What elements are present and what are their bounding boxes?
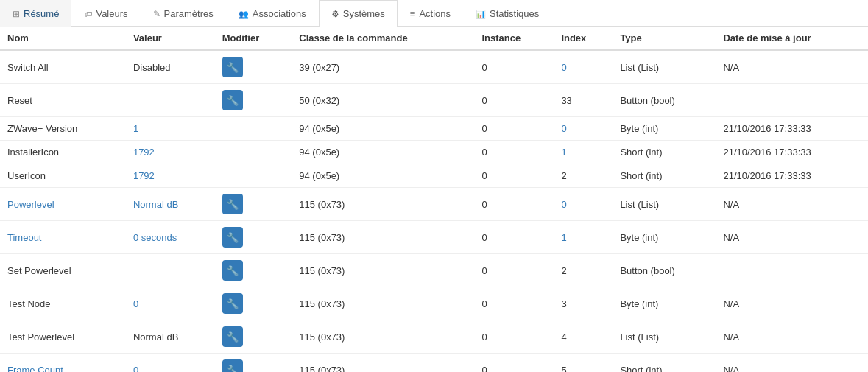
tab-label-parametres: Paramètres (164, 8, 214, 19)
table-row: Frame Count0115 (0x73)05Short (int)N/A (0, 354, 868, 373)
cell-index-6[interactable]: 1 (554, 221, 613, 254)
cell-valeur-10[interactable]: 0 (126, 354, 215, 373)
valeur-link-2[interactable]: 1 (133, 123, 138, 134)
cell-nom-5[interactable]: Powerlevel (0, 188, 126, 221)
cell-date-3: 21/10/2016 17:33:33 (716, 141, 868, 164)
col-header-0: Nom (0, 27, 126, 50)
cell-modifier-9 (215, 320, 292, 354)
cell-nom-9: Test Powerlevel (0, 320, 126, 354)
col-header-2: Modifier (215, 27, 292, 50)
cell-valeur-5[interactable]: Normal dB (126, 188, 215, 221)
tab-associations[interactable]: Associations (226, 0, 319, 27)
cell-type-5: List (List) (613, 188, 716, 221)
cell-date-1 (716, 84, 868, 117)
table-container: NomValeurModifierClasse de la commandeIn… (0, 27, 868, 372)
tab-label-statistiques: Statistiques (490, 8, 539, 19)
cell-type-6: Byte (int) (613, 221, 716, 254)
modifier-button-6[interactable] (222, 227, 243, 248)
cell-valeur-8[interactable]: 0 (126, 287, 215, 320)
cell-classe-1: 50 (0x32) (292, 84, 474, 117)
cell-type-4: Short (int) (613, 164, 716, 188)
valeur-link-4[interactable]: 1792 (133, 170, 155, 181)
cell-nom-7: Set Powerlevel (0, 254, 126, 287)
nom-link-10[interactable]: Frame Count (7, 365, 63, 373)
cell-valeur-4[interactable]: 1792 (126, 164, 215, 188)
cell-index-5[interactable]: 0 (554, 188, 613, 221)
index-link-2[interactable]: 0 (561, 123, 566, 134)
tab-systemes[interactable]: Systèmes (319, 0, 398, 27)
wrench-icon (227, 62, 239, 73)
tab-label-valeurs: Valeurs (96, 8, 127, 19)
table-row: Test PowerlevelNormal dB115 (0x73)04List… (0, 320, 868, 354)
table-row: Test Node0115 (0x73)03Byte (int)N/A (0, 287, 868, 320)
cell-valeur-7 (126, 254, 215, 287)
col-header-6: Type (613, 27, 716, 50)
cell-modifier-8 (215, 287, 292, 320)
cell-index-10: 5 (554, 354, 613, 373)
modifier-button-5[interactable] (222, 194, 243, 214)
cell-instance-3: 0 (475, 141, 554, 164)
wrench-icon (227, 365, 239, 373)
cell-index-0[interactable]: 0 (554, 50, 613, 84)
cell-nom-3: InstallerIcon (0, 141, 126, 164)
index-link-5[interactable]: 0 (561, 199, 566, 210)
table-row: Reset50 (0x32)033Button (bool) (0, 84, 868, 117)
cell-type-9: List (List) (613, 320, 716, 354)
tab-parametres[interactable]: Paramètres (141, 0, 226, 27)
wrench-icon (227, 95, 239, 106)
cell-nom-6[interactable]: Timeout (0, 221, 126, 254)
col-header-5: Index (554, 27, 613, 50)
cell-valeur-3[interactable]: 1792 (126, 141, 215, 164)
valeur-link-8[interactable]: 0 (133, 298, 138, 309)
cell-classe-7: 115 (0x73) (292, 254, 474, 287)
stats-icon (476, 9, 486, 19)
cell-modifier-7 (215, 254, 292, 287)
table-row: Timeout0 seconds115 (0x73)01Byte (int)N/… (0, 221, 868, 254)
modifier-button-8[interactable] (222, 293, 243, 314)
valeur-link-10[interactable]: 0 (133, 365, 138, 373)
modifier-button-10[interactable] (222, 359, 243, 372)
cell-nom-0: Switch All (0, 50, 126, 84)
modifier-button-0[interactable] (222, 57, 243, 77)
table-row: UserIcon179294 (0x5e)02Short (int)21/10/… (0, 164, 868, 188)
cell-index-2[interactable]: 0 (554, 117, 613, 141)
valeur-link-3[interactable]: 1792 (133, 147, 155, 158)
cell-classe-0: 39 (0x27) (292, 50, 474, 84)
cell-date-0: N/A (716, 50, 868, 84)
cell-nom-8: Test Node (0, 287, 126, 320)
table-row: Set Powerlevel115 (0x73)02Button (bool) (0, 254, 868, 287)
cell-modifier-10 (215, 354, 292, 373)
valeur-link-6[interactable]: 0 seconds (133, 232, 177, 243)
cell-index-3[interactable]: 1 (554, 141, 613, 164)
cell-valeur-6[interactable]: 0 seconds (126, 221, 215, 254)
tab-statistiques[interactable]: Statistiques (463, 0, 551, 27)
cell-nom-10[interactable]: Frame Count (0, 354, 126, 373)
tab-resume[interactable]: Résumé (0, 0, 71, 27)
index-link-6[interactable]: 1 (561, 232, 566, 243)
modifier-button-7[interactable] (222, 260, 243, 281)
cell-modifier-4 (215, 164, 292, 188)
valeur-link-5[interactable]: Normal dB (133, 199, 178, 210)
cell-type-1: Button (bool) (613, 84, 716, 117)
index-link-3[interactable]: 1 (561, 147, 566, 158)
cell-valeur-2[interactable]: 1 (126, 117, 215, 141)
index-link-0[interactable]: 0 (561, 62, 566, 73)
modifier-button-9[interactable] (222, 326, 243, 347)
cell-type-2: Byte (int) (613, 117, 716, 141)
tab-valeurs[interactable]: Valeurs (71, 0, 140, 27)
cell-instance-7: 0 (475, 254, 554, 287)
actions-icon (410, 8, 416, 19)
cell-type-3: Short (int) (613, 141, 716, 164)
col-header-7: Date de mise à jour (716, 27, 868, 50)
resume-icon (13, 9, 20, 19)
cell-instance-1: 0 (475, 84, 554, 117)
cell-date-5: N/A (716, 188, 868, 221)
nom-link-6[interactable]: Timeout (7, 232, 41, 243)
wrench-icon (227, 199, 239, 210)
nom-link-5[interactable]: Powerlevel (7, 199, 54, 210)
modifier-button-1[interactable] (222, 90, 243, 110)
cell-modifier-5 (215, 188, 292, 221)
tab-label-associations: Associations (253, 8, 306, 19)
systemes-icon (331, 9, 339, 19)
tab-actions[interactable]: Actions (398, 0, 463, 27)
